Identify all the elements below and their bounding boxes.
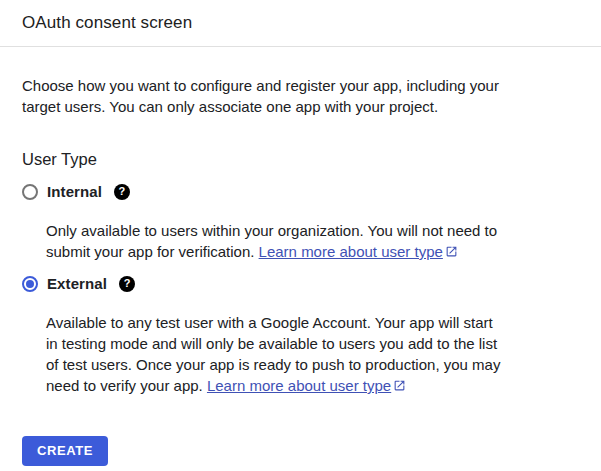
radio-internal-label[interactable]: Internal [47,183,102,200]
internal-description: Only available to users within your orga… [46,220,508,262]
header-divider [0,46,601,47]
page-header: OAuth consent screen [0,0,601,46]
open-in-new-icon [445,245,458,258]
user-type-heading: User Type [22,150,579,169]
radio-external-label[interactable]: External [47,275,107,292]
intro-text: Choose how you want to configure and reg… [22,75,522,117]
radio-checked-icon[interactable] [22,276,38,292]
learn-more-link-internal[interactable]: Learn more about user type [259,243,458,260]
radio-option-internal[interactable]: Internal ? [22,183,579,200]
learn-more-link-external[interactable]: Learn more about user type [207,377,406,394]
radio-option-external[interactable]: External ? [22,275,579,292]
learn-more-link-text[interactable]: Learn more about user type [207,377,391,394]
open-in-new-icon [393,379,406,392]
help-icon[interactable]: ? [119,276,135,292]
learn-more-link-text[interactable]: Learn more about user type [259,243,443,260]
create-button[interactable]: CREATE [22,436,108,466]
main-content: Choose how you want to configure and reg… [0,75,601,466]
external-description: Available to any test user with a Google… [46,312,508,396]
page-title: OAuth consent screen [22,13,579,33]
help-icon[interactable]: ? [114,184,130,200]
radio-unchecked-icon[interactable] [22,184,38,200]
